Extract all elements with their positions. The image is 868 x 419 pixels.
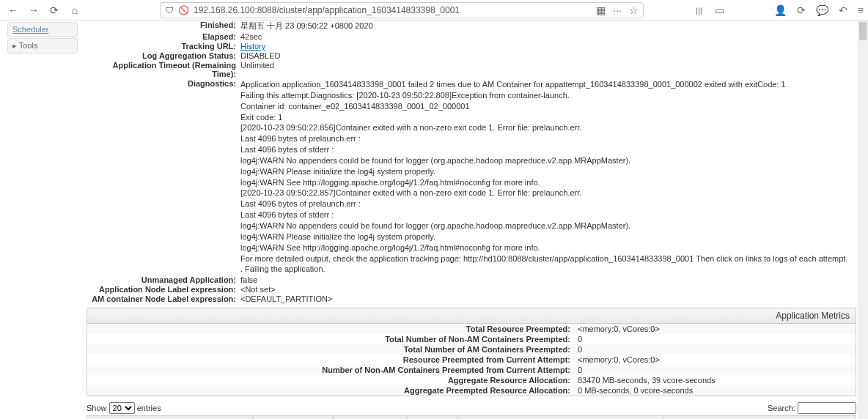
account-icon[interactable]: 👤 [774, 4, 787, 16]
shield-icon: 🛡 [165, 5, 174, 15]
search-input[interactable] [798, 402, 856, 414]
sync-icon[interactable]: ⟳ [797, 4, 806, 16]
metric-value: <memory:0, vCores:0> [575, 325, 856, 333]
logagg-value: DISABLED [240, 51, 856, 60]
table-header-row: Attempt ID▴▾Started▴▾Node▴▾Logs▴▾Nodes b… [87, 416, 856, 419]
metric-label: Total Number of AM Containers Preempted: [87, 345, 575, 354]
unmanaged-value: false [240, 275, 856, 284]
show-label: Show [87, 404, 107, 412]
timeout-label: Application Timeout (Remaining Time): [87, 61, 240, 78]
amlabel-value: <DEFAULT_PARTITION> [240, 294, 856, 303]
library-icon[interactable]: ⫼ [694, 4, 705, 16]
browser-toolbar: ← → ⟳ ⌂ 🛡 🚫 192.168.26.100:8088/cluster/… [0, 0, 868, 21]
back-button[interactable]: ← [4, 1, 22, 19]
reload-button[interactable]: ⟳ [45, 1, 63, 19]
elapsed-value: 42sec [240, 32, 856, 41]
column-header[interactable]: Nodes blacklisted by the system▴▾ [663, 416, 856, 419]
diagnostics-label: Diagnostics: [87, 79, 240, 275]
block-icon: 🚫 [178, 5, 189, 15]
metric-label: Total Resource Preempted: [87, 325, 575, 333]
diagnostics-value: Application application_1603414833398_00… [240, 79, 856, 275]
metrics-body: Total Resource Preempted:<memory:0, vCor… [87, 324, 856, 396]
metric-value: 0 [575, 345, 856, 354]
qr-icon[interactable]: ▦ [596, 4, 606, 16]
timeout-value: Unlimited [240, 61, 856, 78]
home-button[interactable]: ⌂ [66, 1, 84, 19]
bookmark-star-icon[interactable]: ☆ [629, 4, 639, 16]
page-size-select[interactable]: 20 [109, 402, 135, 414]
sidebar: Scheduler ▸ Tools [7, 22, 78, 55]
metric-label: Aggregate Preempted Resource Allocation: [87, 386, 575, 395]
logagg-label: Log Aggregation Status: [87, 51, 240, 60]
vertical-scrollbar[interactable] [858, 21, 868, 419]
column-header[interactable]: Logs▴▾ [407, 416, 458, 419]
finished-value: 星期五 十月 23 09:50:22 +0800 2020 [240, 21, 856, 31]
metric-label: Total Number of Non-AM Containers Preemp… [87, 335, 575, 344]
column-header[interactable]: Started▴▾ [253, 416, 334, 419]
sidebar-item-tools[interactable]: ▸ Tools [7, 38, 78, 53]
metric-value: <memory:0, vCores:0> [575, 355, 856, 364]
metric-value: 0 MB-seconds, 0 vcore-seconds [575, 386, 856, 395]
metric-label: Number of Non-AM Containers Preempted fr… [87, 366, 575, 374]
sidebar-item-scheduler[interactable]: Scheduler [7, 22, 78, 37]
search-label: Search: [768, 404, 795, 412]
tracking-link[interactable]: History [240, 42, 265, 51]
url-bar[interactable]: 🛡 🚫 192.168.26.100:8088/cluster/app/appl… [160, 2, 644, 18]
elapsed-label: Elapsed: [87, 32, 240, 41]
metric-value: 0 [575, 335, 856, 344]
datatable-top: Show 20 entries Search: [87, 402, 856, 414]
metric-label: Resource Preempted from Current Attempt: [87, 355, 575, 364]
metrics-header[interactable]: Application Metrics [87, 308, 856, 324]
amlabel-label: AM container Node Label expression: [87, 294, 240, 303]
url-text: 192.168.26.100:8088/cluster/app/applicat… [194, 5, 592, 15]
column-header[interactable]: Nodes blacklisted by the app▴▾ [458, 416, 663, 419]
undo-icon[interactable]: ↶ [839, 4, 847, 16]
page-actions-icon[interactable]: ··· [613, 4, 622, 16]
column-header[interactable]: Node▴▾ [334, 416, 407, 419]
nodelabel-label: Application Node Label expression: [87, 285, 240, 294]
chat-icon[interactable]: 💬 [816, 4, 828, 16]
metric-label: Aggregate Resource Allocation: [87, 376, 575, 385]
column-header[interactable]: Attempt ID▴▾ [87, 416, 253, 419]
metric-value: 0 [575, 366, 856, 374]
attempts-table: Attempt ID▴▾Started▴▾Node▴▾Logs▴▾Nodes b… [87, 415, 856, 419]
tracking-label: Tracking URL: [87, 42, 240, 51]
menu-icon[interactable]: ≡ [858, 4, 864, 16]
main-content: Finished:星期五 十月 23 09:50:22 +0800 2020 E… [87, 21, 856, 419]
reader-icon[interactable]: ▭ [715, 4, 724, 16]
unmanaged-label: Unmanaged Application: [87, 275, 240, 284]
metric-value: 83470 MB-seconds, 39 vcore-seconds [575, 376, 856, 385]
nodelabel-value: <Not set> [240, 285, 856, 294]
entries-label: entries [137, 404, 161, 412]
finished-label: Finished: [87, 21, 240, 31]
forward-button[interactable]: → [25, 1, 43, 19]
